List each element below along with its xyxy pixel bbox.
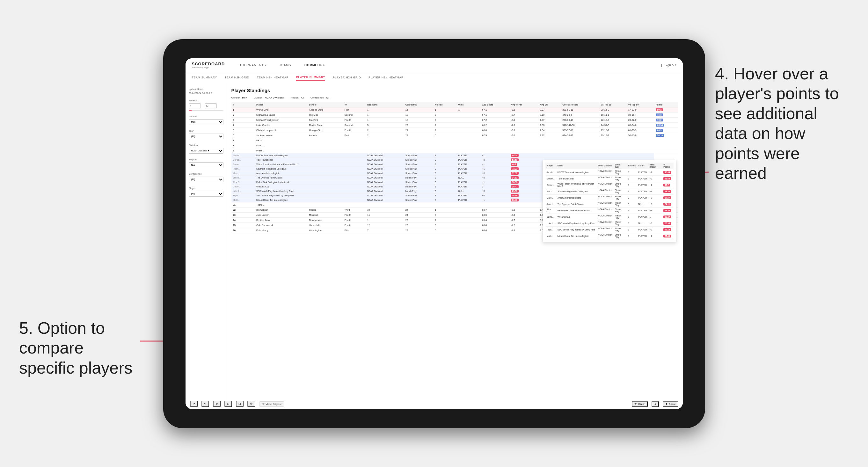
download-button[interactable]: ⬇: [652, 401, 659, 407]
filter-conference: Conference: All: [310, 96, 329, 99]
tooltip-sub-row: Jacob... UNCW Seahawk Intercollegiate NC…: [231, 153, 678, 157]
tooltip-th-type: Event Type: [614, 162, 627, 169]
tooltip-row: Mare... Amer Am Intercollegiate NCAA Div…: [546, 194, 674, 201]
sub-navigation: TEAM SUMMARY TEAM H2H GRID TEAM H2H HEAT…: [186, 72, 683, 83]
th-rank: #: [231, 102, 255, 107]
paste-button[interactable]: ⊟: [236, 401, 244, 407]
subnav-team-h2h-grid[interactable]: TEAM H2H GRID: [225, 74, 249, 80]
share-label: Share: [669, 403, 676, 405]
table-row: 7 Nichi...: [231, 138, 678, 143]
year-label: Year: [189, 129, 223, 132]
refresh-button[interactable]: ↻: [213, 401, 221, 407]
player-label: Player: [189, 187, 223, 190]
filter-division-value: NCAA Division I: [265, 96, 284, 99]
clock-icon: ⏱: [250, 402, 253, 405]
nav-tournaments[interactable]: TOURNAMENTS: [238, 62, 268, 68]
player-select[interactable]: (All): [189, 191, 223, 197]
conference-select[interactable]: (All): [189, 177, 223, 182]
gender-select[interactable]: Men Women: [189, 119, 223, 125]
conference-label: Conference: [189, 173, 223, 175]
th-player: Player: [255, 102, 307, 107]
region-select[interactable]: N/A: [189, 162, 223, 168]
tooltip-row: David... Williams Cup NCAA Division I Ma…: [546, 214, 674, 220]
subnav-player-h2h-grid[interactable]: PLAYER H2H GRID: [333, 74, 361, 80]
table-row: 2 Michael La Sasso Ole Miss Second 1 18 …: [231, 112, 678, 117]
nav-right: | Sign out: [661, 63, 676, 67]
redo-button[interactable]: ↪: [202, 401, 209, 407]
copy-button[interactable]: ⊞: [224, 401, 232, 407]
undo-icon: ↩: [192, 402, 195, 405]
tooltip-row: Jake I... The Cypress Point Classic NCAA…: [546, 201, 674, 207]
table-row: 3 Michael Thorbjornsen Stanford Fourth 1…: [231, 117, 678, 122]
tooltip-th-rank: Rank Impact: [648, 162, 662, 169]
update-time-label: Update time:: [189, 88, 223, 91]
filter-gender: Gender: Men: [231, 96, 247, 99]
no-rds-min[interactable]: [189, 103, 201, 108]
tooltip-th-status: Status: [637, 162, 648, 169]
th-points: Points: [654, 102, 678, 107]
share-button[interactable]: ⬆ Share: [663, 401, 678, 407]
nav-teams[interactable]: TEAMS: [277, 62, 293, 68]
subnav-player-h2h-heatmap[interactable]: PLAYER H2H HEATMAP: [369, 74, 404, 80]
th-adj-score: Adj. Score: [481, 102, 509, 107]
tooltip-th-player: Player: [546, 162, 556, 169]
slider-track: [189, 110, 223, 111]
tooltip-row: Jacob... UNCW Seahawk Intercollegiate NC…: [546, 169, 674, 175]
annotation-compare: 5. Option to compare specific players: [19, 318, 140, 378]
sidebar-conference-section: Conference (All): [189, 173, 223, 182]
filter-conference-value: All: [326, 96, 329, 99]
th-wins: Wins: [457, 102, 481, 107]
filter-gender-value: Men: [242, 96, 247, 99]
tooltip-row: Alex C... Fallen Oak Collegiate Invitati…: [546, 207, 674, 214]
watch-icon: 👁: [634, 403, 637, 405]
sidebar-gender-section: Gender Men Women: [189, 115, 223, 125]
table-row: 8 Mats...: [231, 143, 678, 148]
tooltip-th-event: Event: [556, 162, 597, 169]
tooltip-th-rounds: Rounds: [627, 162, 637, 169]
subnav-player-summary[interactable]: PLAYER SUMMARY: [296, 74, 325, 81]
table-row: 9 Prest...: [231, 148, 678, 153]
sidebar-region-section: Region N/A: [189, 158, 223, 168]
tooltip-table: Player Event Event Division Event Type R…: [546, 162, 674, 240]
th-school: School: [307, 102, 343, 107]
no-rds-max[interactable]: [205, 103, 217, 108]
sign-out-link[interactable]: Sign out: [664, 63, 676, 67]
undo-button[interactable]: ↩: [190, 401, 198, 407]
nav-separator: |: [661, 63, 662, 67]
tooltip-row: Tiger... SEC Stroke Play hosted by Jerry…: [546, 226, 674, 233]
division-select[interactable]: NCAA Division I ▼: [189, 148, 223, 154]
th-conf-rank: Conf Rank: [404, 102, 433, 107]
table-row: 5 Christo Lamprecht Georgia Tech Fourth …: [231, 127, 678, 133]
table-header-row: # Player School Yr Reg Rank Conf Rank No…: [231, 102, 678, 107]
watch-label: Watch: [638, 403, 645, 405]
paste-icon: ⊟: [239, 402, 241, 405]
table-row: 6 Jackson Koivun Auburn First 2 27 5 67.…: [231, 133, 678, 138]
watch-button[interactable]: 👁 Watch: [632, 401, 648, 407]
view-original-button[interactable]: 👁 View: Original: [259, 401, 284, 407]
logo-sub: Powered by clippi: [192, 66, 225, 68]
sidebar-update-section: Update time: 27/01/2024 16:56:26: [189, 88, 223, 95]
slider-fill: [189, 110, 192, 111]
nav-committee[interactable]: COMMITTEE: [303, 62, 327, 68]
filter-division: Division: NCAA Division I: [253, 96, 284, 99]
tooltip-row: Luke I... SEC Match Play hosted by Jerry…: [546, 220, 674, 226]
view-original-label: View: Original: [266, 403, 281, 405]
filter-region-value: All: [301, 96, 304, 99]
filter-row: Gender: Men Division: NCAA Division I Re…: [231, 96, 678, 99]
th-avg-par: Avg to-Par: [509, 102, 538, 107]
th-vs50: Vs Top 50: [627, 102, 654, 107]
year-select[interactable]: (All): [189, 133, 223, 139]
clock-button[interactable]: ⏱: [247, 401, 255, 407]
refresh-icon: ↻: [216, 402, 218, 405]
sidebar-year-section: Year (All): [189, 129, 223, 139]
subnav-team-summary[interactable]: TEAM SUMMARY: [192, 74, 217, 80]
tablet-device: SCOREBOARD Powered by clippi TOURNAMENTS…: [163, 39, 705, 428]
no-rds-range: –: [189, 103, 223, 108]
top-navigation: SCOREBOARD Powered by clippi TOURNAMENTS…: [186, 58, 683, 72]
subnav-team-h2h-heatmap[interactable]: TEAM H2H HEATMAP: [257, 74, 288, 80]
region-label: Region: [189, 158, 223, 161]
section-title: Player Standings: [231, 88, 678, 93]
logo: SCOREBOARD Powered by clippi: [192, 62, 225, 68]
logo-text: SCOREBOARD: [192, 62, 225, 66]
division-label: Division: [189, 144, 223, 147]
